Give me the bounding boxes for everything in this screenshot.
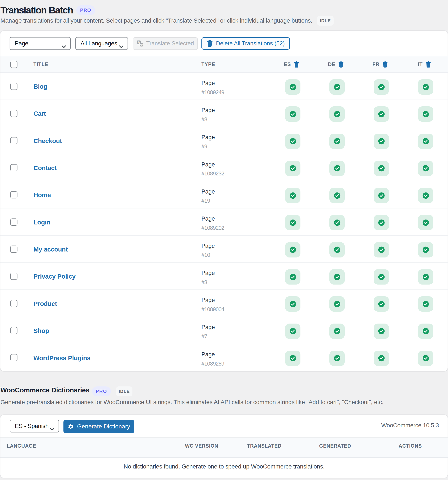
svg-text:文: 文 [140,43,143,47]
